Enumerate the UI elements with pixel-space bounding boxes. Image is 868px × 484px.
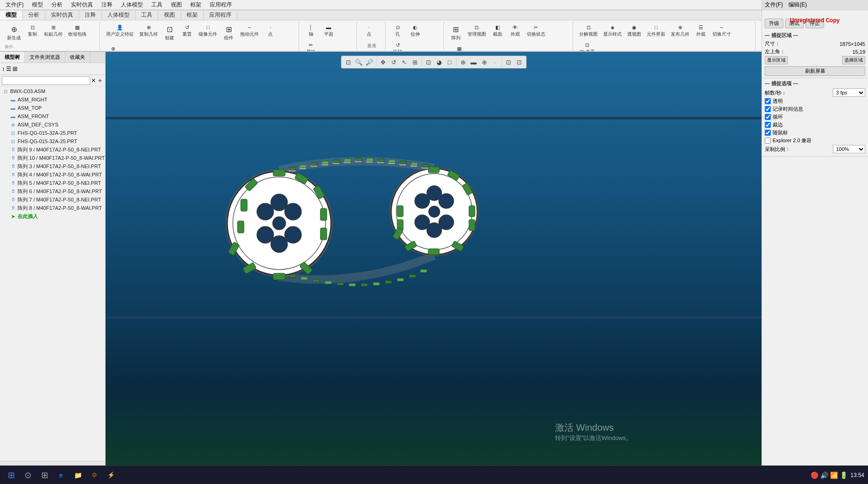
tree-item-asm-def-csys[interactable]: ⊕ ASM_DEF_CSYS	[7, 120, 105, 129]
systray-icon-1[interactable]: 🔴	[811, 471, 818, 479]
btn-appr2[interactable]: ☰ 外观	[693, 22, 709, 39]
right-menu-edit[interactable]: 编辑(E)	[788, 1, 807, 9]
systray-icon-2[interactable]: 🔊	[820, 471, 828, 479]
btn-comp-iface[interactable]: □ 元件界面	[644, 22, 668, 39]
vp-btn-zoom-out[interactable]: 🔎	[364, 57, 375, 67]
btn-new-generate[interactable]: ⊕ 新生成	[5, 22, 23, 43]
btn-copy-geo[interactable]: ⊕ 复制几何	[137, 22, 160, 43]
btn-array[interactable]: ⊞ 阵列	[448, 22, 464, 43]
viewport-divider-bottom[interactable]	[106, 316, 762, 319]
fps-select[interactable]: 3 fps 5 fps 10 fps	[833, 88, 865, 97]
tree-item-asm-front[interactable]: ▬ ASM_FRONT	[7, 112, 105, 120]
menu-tools[interactable]: 工具	[148, 0, 166, 10]
taskbar-edge-btn[interactable]: e	[54, 468, 69, 483]
btn-select-region[interactable]: 选择区域	[842, 56, 865, 64]
btn-sketch[interactable]: ✏ 草绘	[303, 40, 319, 51]
btn-mirror[interactable]: □ 镶像元件	[196, 22, 219, 43]
vp-btn-plane-display[interactable]: ▬	[468, 57, 479, 67]
main-viewport[interactable]: ⊡ 🔍 🔎 ✥ ↺ ↖ ⊞ ⊡ ◕ □ ⊕ ▬ ⊕ · ⊡ ⊡	[106, 52, 762, 470]
tree-item-arr6[interactable]: ⠿ 阵列 6 / M40F17A2-P-50_8-WAI.PRT	[7, 187, 105, 195]
btn-point[interactable]: · 点	[262, 22, 279, 43]
tree-search-input[interactable]	[2, 76, 90, 85]
vp-btn-rotate[interactable]: ↺	[388, 57, 399, 67]
menu-app[interactable]: 应用程序	[206, 0, 236, 10]
menu-view[interactable]: 视图	[167, 0, 186, 10]
taskbar-creo-btn[interactable]: ⚙	[87, 468, 102, 483]
vp-btn-pts[interactable]: ·	[490, 57, 500, 67]
tree-item-arr5[interactable]: ⠿ 阵列 5 / M40F17A2-P-50_8-NEI.PRT	[7, 179, 105, 187]
tree-toolbar-icon-2[interactable]: ☰	[6, 65, 12, 72]
tab-view[interactable]: 视图	[158, 10, 181, 20]
menu-analysis[interactable]: 分析	[48, 0, 66, 10]
vp-btn-axis[interactable]: ⊕	[458, 57, 468, 67]
menu-file[interactable]: 文件(F)	[2, 0, 27, 10]
vp-btn-box[interactable]: ⊞	[410, 57, 420, 67]
tab-framework[interactable]: 框架	[181, 10, 204, 20]
vp-btn-wireframe[interactable]: □	[444, 57, 455, 67]
btn-copy[interactable]: ⊡ 复制	[24, 22, 41, 43]
btn-group[interactable]: ⊞ 组件	[220, 22, 237, 43]
btn-explode[interactable]: ⊡ 分解视图	[577, 22, 600, 39]
left-tab-folder-browser[interactable]: 文件夹浏览器	[25, 52, 65, 63]
tree-item-root[interactable]: ⊡ BWX-C03.ASM	[0, 87, 105, 95]
left-tab-model-tree[interactable]: 模型树	[0, 52, 25, 63]
vp-btn-extra2[interactable]: ⊡	[514, 57, 524, 67]
btn-datum-point[interactable]: · 点	[361, 22, 377, 42]
tree-item-arr10[interactable]: ⠿ 阵列 10 / M40F17A2-P-50_8-WAI.PRT	[7, 154, 105, 162]
tab-simulation[interactable]: 实时仿真	[45, 10, 79, 20]
vp-btn-orient[interactable]: ⊡	[423, 57, 433, 67]
tree-item-fhs2[interactable]: ⊡ FHS-QG-015-32A-25.PRT	[7, 137, 105, 145]
btn-reset[interactable]: ↺ 重置	[179, 22, 195, 43]
btn-hole[interactable]: ⊙ 孔	[389, 22, 406, 39]
menu-annotation[interactable]: 注释	[98, 0, 116, 10]
btn-perspective[interactable]: ◉ 透视图	[625, 22, 643, 39]
vp-btn-select[interactable]: ↖	[399, 57, 409, 67]
btn-plane[interactable]: ▬ 平面	[320, 22, 337, 39]
tree-item-arr3[interactable]: ⠿ 阵列 3 / M40F17A2-P-50_8-NEI.PRT	[7, 162, 105, 170]
tree-item-asm-right[interactable]: ▬ ASM_RIGHT	[7, 95, 105, 104]
btn-publish-geo[interactable]: ⊕ 发布几何	[668, 22, 692, 39]
check-explorer-compat[interactable]	[765, 138, 771, 144]
tab-tools[interactable]: 工具	[136, 10, 158, 20]
menu-simulation[interactable]: 实时仿真	[67, 0, 97, 10]
tab-app[interactable]: 应用程序	[204, 10, 237, 20]
menu-framework[interactable]: 框架	[187, 0, 205, 10]
taskbar-taskview-btn[interactable]: ⊞	[37, 468, 52, 483]
vp-btn-zoom-in[interactable]: 🔍	[354, 57, 364, 67]
tree-item-asm-top[interactable]: ▬ ASM_TOP	[7, 104, 105, 112]
vp-btn-pan[interactable]: ✥	[378, 57, 388, 67]
btn-toggle[interactable]: ✂ 切换状态	[525, 22, 548, 43]
btn-user-define[interactable]: 👤 用户定义特征	[104, 22, 136, 43]
tree-item-arr4[interactable]: ⠿ 阵列 4 / M40F17A2-P-50_8-WAI.PRT	[7, 170, 105, 179]
tree-toolbar-icon-1[interactable]: ↕	[2, 65, 5, 72]
check-follow-mouse[interactable]	[765, 130, 771, 136]
btn-drag[interactable]: ↔ 拖动元件	[238, 22, 261, 43]
btn-shrink[interactable]: ▦ 收缩包络	[66, 22, 89, 43]
btn-extrude[interactable]: ◐ 拉伸	[407, 22, 424, 39]
btn-coord[interactable]: ⊕ 坐标系	[104, 44, 122, 51]
check-trim[interactable]	[765, 122, 771, 128]
tree-item-insert-here[interactable]: ➤ 在此插入	[7, 212, 105, 220]
btn-revolve[interactable]: ↺ 旋转	[389, 40, 406, 51]
btn-create[interactable]: ⊡ 创建	[161, 22, 178, 43]
check-loop[interactable]	[765, 114, 771, 120]
vp-btn-shade[interactable]: ◕	[434, 57, 444, 67]
vp-btn-csys[interactable]: ⊕	[479, 57, 489, 67]
tab-human[interactable]: 人体模型	[102, 10, 136, 20]
btn-relation[interactable]: ⊡ d= 关系	[577, 40, 597, 51]
btn-axis[interactable]: │ 轴	[303, 22, 319, 39]
btn-manage-view[interactable]: ⊡ 管理视图	[465, 22, 488, 43]
tab-analysis[interactable]: 分析	[23, 10, 45, 20]
left-tab-favorites[interactable]: 收藏夹	[65, 52, 90, 63]
btn-section[interactable]: ◧ 截面	[489, 22, 506, 43]
tree-search-add[interactable]: ＋	[97, 76, 103, 85]
taskbar-search-btn[interactable]: ⊙	[20, 468, 35, 483]
systray-icon-3[interactable]: 📶	[830, 471, 838, 479]
taskbar-app-btn[interactable]: ⚡	[104, 468, 119, 483]
right-menu-file[interactable]: 文件(F)	[765, 1, 783, 9]
btn-display-style[interactable]: ◈ 显示样式	[601, 22, 624, 39]
check-transparent[interactable]	[765, 98, 771, 104]
ratio-select[interactable]: 100% 75% 50%	[833, 145, 865, 153]
vp-btn-extra1[interactable]: ⊡	[503, 57, 513, 67]
btn-refresh-screen[interactable]: 刷新屏幕	[765, 66, 865, 76]
